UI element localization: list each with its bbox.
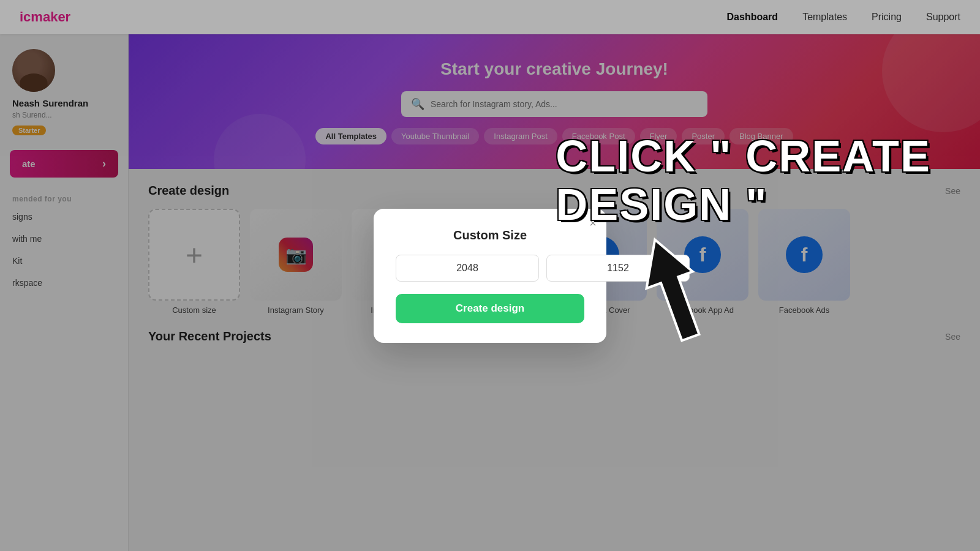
modal-overlay: × Custom Size Create design — [0, 0, 980, 551]
custom-size-modal: × Custom Size Create design — [374, 209, 606, 343]
modal-create-button[interactable]: Create design — [396, 294, 584, 323]
modal-width-input[interactable] — [396, 255, 539, 282]
modal-title: Custom Size — [396, 228, 584, 242]
modal-height-input[interactable] — [546, 255, 690, 282]
modal-inputs — [396, 255, 584, 282]
modal-close-button[interactable]: × — [589, 216, 597, 230]
